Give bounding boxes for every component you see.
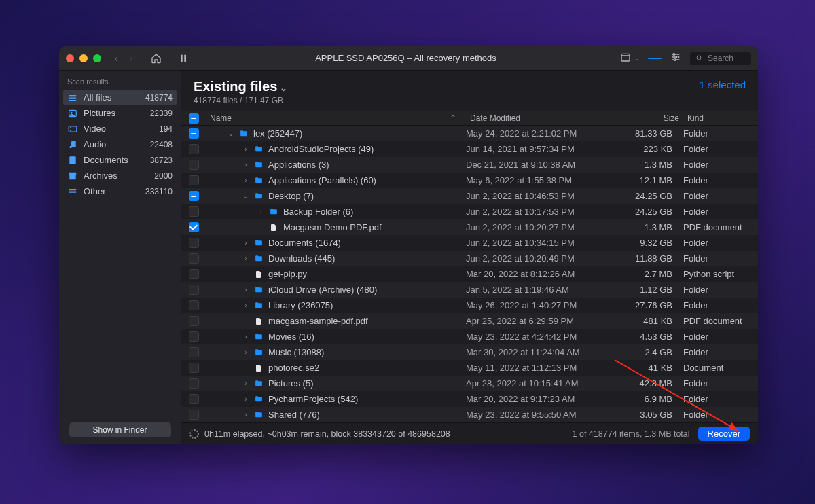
table-row[interactable]: › Downloads (445) Jun 2, 2022 at 10:20:4… bbox=[181, 251, 758, 266]
home-button[interactable] bbox=[147, 50, 165, 67]
pause-button[interactable] bbox=[175, 50, 192, 67]
row-checkbox[interactable] bbox=[189, 300, 199, 310]
sidebar-item-pictures[interactable]: Pictures 22339 bbox=[59, 105, 181, 121]
file-size: 1.3 MB bbox=[615, 222, 683, 232]
svg-rect-1 bbox=[184, 54, 186, 62]
chevron-down-icon[interactable]: ⌄ bbox=[634, 54, 640, 62]
disclosure-icon[interactable]: › bbox=[242, 145, 249, 153]
forward-button[interactable]: › bbox=[126, 52, 137, 64]
disclosure-icon[interactable]: › bbox=[242, 239, 249, 247]
back-button[interactable]: ‹ bbox=[111, 52, 122, 64]
row-checkbox[interactable] bbox=[189, 347, 199, 357]
stack-icon bbox=[67, 93, 78, 103]
disclosure-icon[interactable]: › bbox=[242, 255, 249, 262]
disclosure-icon[interactable]: › bbox=[242, 395, 249, 403]
file-icon bbox=[253, 270, 264, 279]
table-row[interactable]: › AndroidStudioProjects (49) Jun 14, 202… bbox=[181, 141, 758, 157]
table-row[interactable]: › Applications (Parallels) (60) May 6, 2… bbox=[181, 173, 758, 188]
video-icon bbox=[67, 124, 78, 134]
file-kind: Folder bbox=[683, 191, 758, 201]
column-name[interactable]: Name⌃ bbox=[206, 113, 466, 123]
row-checkbox[interactable] bbox=[189, 285, 199, 295]
table-row[interactable]: get-pip.py Mar 20, 2022 at 8:12:26 AM 2.… bbox=[181, 266, 758, 282]
maximize-button[interactable] bbox=[93, 54, 101, 62]
file-kind: Folder bbox=[683, 128, 758, 139]
disclosure-icon[interactable]: › bbox=[257, 208, 264, 215]
file-name: Music (13088) bbox=[268, 347, 324, 357]
row-checkbox[interactable] bbox=[189, 269, 199, 279]
row-checkbox[interactable] bbox=[189, 331, 199, 342]
disclosure-icon[interactable]: › bbox=[242, 411, 249, 418]
column-kind[interactable]: Kind bbox=[683, 113, 758, 123]
disclosure-icon[interactable]: ⌄ bbox=[242, 192, 249, 200]
row-checkbox[interactable] bbox=[189, 253, 199, 264]
folder-icon bbox=[253, 176, 264, 185]
sidebar-item-audio[interactable]: Audio 22408 bbox=[59, 137, 181, 152]
row-checkbox[interactable] bbox=[189, 363, 199, 373]
table-row[interactable]: › Applications (3) Dec 21, 2021 at 9:10:… bbox=[181, 157, 758, 173]
disclosure-icon[interactable]: › bbox=[242, 348, 249, 356]
table-row[interactable]: ⌄ Desktop (7) Jun 2, 2022 at 10:46:53 PM… bbox=[181, 188, 758, 204]
table-row[interactable]: › Documents (1674) Jun 2, 2022 at 10:34:… bbox=[181, 235, 758, 251]
folder-icon bbox=[253, 332, 264, 342]
table-row[interactable]: › Movies (16) May 23, 2022 at 4:24:42 PM… bbox=[181, 329, 758, 344]
svg-rect-7 bbox=[69, 94, 77, 96]
stack-icon bbox=[67, 187, 78, 196]
calendar-icon[interactable] bbox=[619, 52, 632, 65]
column-date[interactable]: Date Modified bbox=[466, 113, 615, 123]
row-checkbox[interactable] bbox=[189, 144, 199, 154]
row-checkbox[interactable] bbox=[189, 175, 199, 185]
file-name: get-pip.py bbox=[268, 269, 307, 279]
row-checkbox[interactable] bbox=[189, 160, 199, 170]
sidebar-item-all-files[interactable]: All files 418774 bbox=[63, 90, 177, 105]
search-field[interactable]: Search bbox=[690, 52, 751, 65]
show-in-finder-button[interactable]: Show in Finder bbox=[69, 422, 171, 437]
file-date: May 11, 2022 at 1:12:13 PM bbox=[466, 363, 615, 373]
table-row[interactable]: Macgasm Demo PDF.pdf Jun 2, 2022 at 10:2… bbox=[181, 219, 758, 235]
svg-point-17 bbox=[70, 146, 71, 147]
disclosure-icon[interactable]: › bbox=[242, 286, 249, 293]
row-checkbox[interactable] bbox=[189, 222, 199, 232]
file-name: PycharmProjects (542) bbox=[268, 394, 358, 404]
sidebar-item-label: All files bbox=[84, 92, 111, 103]
sidebar-item-other[interactable]: Other 333110 bbox=[59, 183, 181, 199]
settings-icon[interactable] bbox=[670, 52, 682, 65]
sidebar-item-label: Pictures bbox=[84, 108, 115, 118]
row-checkbox[interactable] bbox=[189, 238, 199, 248]
disclosure-icon[interactable]: › bbox=[242, 380, 249, 387]
row-checkbox[interactable] bbox=[189, 191, 199, 201]
sidebar-item-video[interactable]: Video 194 bbox=[59, 121, 181, 137]
select-all-checkbox[interactable] bbox=[189, 113, 199, 124]
sidebar-item-documents[interactable]: Documents 38723 bbox=[59, 152, 181, 168]
disclosure-icon[interactable]: ⌄ bbox=[228, 130, 234, 137]
nav-arrows: ‹ › bbox=[111, 52, 137, 64]
chevron-down-icon: ⌄ bbox=[280, 83, 287, 93]
close-button[interactable] bbox=[66, 54, 74, 62]
row-checkbox[interactable] bbox=[189, 128, 199, 139]
disclosure-icon[interactable]: › bbox=[242, 177, 249, 184]
file-size: 27.76 GB bbox=[615, 300, 683, 310]
sidebar-item-archives[interactable]: Archives 2000 bbox=[59, 168, 181, 183]
file-name: Desktop (7) bbox=[268, 191, 314, 201]
row-checkbox[interactable] bbox=[189, 316, 199, 326]
minimize-button[interactable] bbox=[79, 54, 88, 62]
table-row[interactable]: macgasm-sample-pdf.pdf Apr 25, 2022 at 6… bbox=[181, 313, 758, 329]
table-row[interactable]: › Backup Folder (6) Jun 2, 2022 at 10:17… bbox=[181, 204, 758, 219]
folder-icon bbox=[253, 301, 264, 310]
table-row[interactable]: › Library (236075) May 26, 2022 at 1:40:… bbox=[181, 298, 758, 313]
file-date: Mar 30, 2022 at 11:24:04 AM bbox=[466, 347, 615, 357]
disclosure-icon[interactable]: › bbox=[242, 302, 249, 309]
file-kind: Folder bbox=[683, 300, 758, 310]
disclosure-icon[interactable]: › bbox=[242, 161, 249, 168]
table-row[interactable]: ⌄ lex (252447) May 24, 2022 at 2:21:02 P… bbox=[181, 126, 758, 141]
section-title[interactable]: Existing files⌄ bbox=[194, 79, 287, 94]
row-checkbox[interactable] bbox=[189, 410, 199, 420]
disclosure-icon[interactable]: › bbox=[242, 333, 249, 340]
svg-point-15 bbox=[75, 127, 75, 128]
row-checkbox[interactable] bbox=[189, 394, 199, 404]
table-row[interactable]: › iCloud Drive (Archive) (480) Jan 5, 20… bbox=[181, 282, 758, 298]
row-checkbox[interactable] bbox=[189, 206, 199, 217]
column-size[interactable]: Size bbox=[615, 113, 683, 123]
row-checkbox[interactable] bbox=[189, 378, 199, 389]
file-date: Dec 21, 2021 at 9:10:38 AM bbox=[466, 160, 615, 170]
